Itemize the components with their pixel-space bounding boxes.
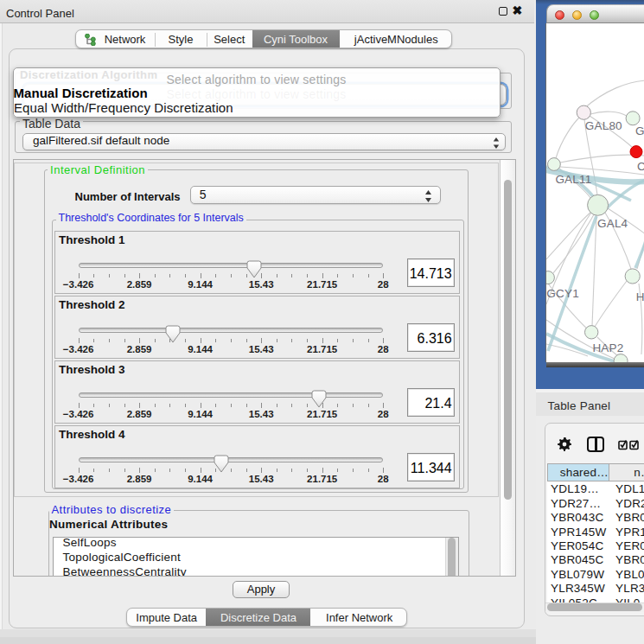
svg-text:GAL4: GAL4 [597,217,628,230]
svg-text:GAL11: GAL11 [555,173,591,186]
svg-text:H: H [636,290,644,303]
svg-text:GCY1: GCY1 [546,287,579,300]
svg-text:GA: GA [635,124,644,137]
svg-text:C: C [637,160,644,173]
svg-text:GAL80: GAL80 [585,119,622,132]
svg-text:HAP2: HAP2 [592,341,623,354]
